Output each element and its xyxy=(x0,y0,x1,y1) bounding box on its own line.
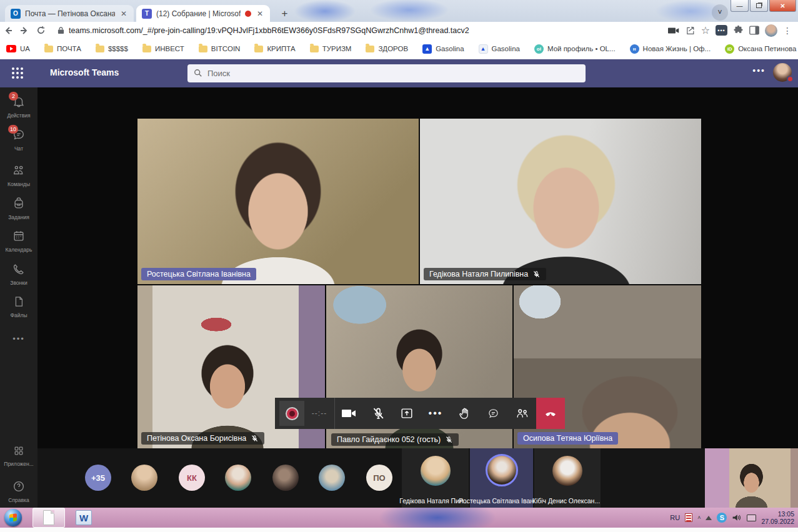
minimize-button[interactable]: — xyxy=(731,0,749,12)
browser-profile-avatar[interactable] xyxy=(765,24,777,37)
people-icon xyxy=(514,406,529,420)
participant-avatar[interactable] xyxy=(272,465,299,491)
sidebar-item-help[interactable]: Справка xyxy=(0,480,37,503)
tab-close-icon[interactable]: ✕ xyxy=(119,9,128,18)
start-button[interactable] xyxy=(4,509,22,526)
sidebar-item-calendar[interactable]: Календарь xyxy=(0,229,37,253)
tab-mail[interactable]: O Почта — Петінова Оксана Бор ✕ xyxy=(5,5,134,22)
recording-indicator[interactable] xyxy=(279,401,304,426)
self-video-preview[interactable] xyxy=(705,448,798,508)
bookmark-item[interactable]: ▲Gasolina xyxy=(479,44,520,54)
sidebar-item-calls[interactable]: Звонки xyxy=(0,262,37,286)
participants-button[interactable] xyxy=(507,398,536,429)
tab-search-chevron-icon[interactable]: ˅ xyxy=(712,4,728,21)
camera-icon xyxy=(342,408,357,419)
screen-bottom-edge xyxy=(0,528,798,532)
raise-hand-button[interactable] xyxy=(450,398,479,429)
participant-avatar[interactable] xyxy=(225,465,251,491)
folder-icon xyxy=(310,46,319,52)
document-icon xyxy=(43,510,54,525)
chat-button[interactable] xyxy=(479,398,507,429)
video-tile[interactable]: Ростецька Світлана Іванівна xyxy=(137,119,419,284)
bookmark-item[interactable]: UA xyxy=(6,45,30,52)
taskbar-word-app[interactable]: W xyxy=(70,508,97,528)
sidebar-item-apps[interactable]: Приложен... xyxy=(0,445,37,467)
tray-notes-icon[interactable] xyxy=(685,513,692,522)
participant-name-label: Ростецька Світлана Іванівна xyxy=(141,268,256,280)
bookmark-item[interactable]: нНовая Жизнь | Оф... xyxy=(630,44,711,54)
participant-avatar[interactable] xyxy=(319,465,345,491)
forward-icon[interactable] xyxy=(16,26,32,36)
bookmark-label: $$$$$ xyxy=(108,45,128,52)
bookmark-star-icon[interactable]: ☆ xyxy=(701,24,710,36)
back-icon[interactable] xyxy=(0,26,16,36)
share-icon[interactable] xyxy=(685,26,696,36)
sidebar-item-chat[interactable]: 10 Чат xyxy=(0,128,37,152)
bookmark-folder[interactable]: BITCOIN xyxy=(199,45,241,52)
network-icon[interactable] xyxy=(747,515,756,521)
show-hidden-icons[interactable] xyxy=(706,516,712,520)
restore-button[interactable] xyxy=(750,0,768,12)
tray-app-icon[interactable]: ˄ xyxy=(697,515,701,521)
language-indicator[interactable]: RU xyxy=(670,514,680,521)
camera-in-use-icon[interactable] xyxy=(668,26,679,35)
participant-avatar[interactable] xyxy=(131,465,157,491)
gasolina-icon: ▲ xyxy=(422,44,432,54)
sidebar-item-files[interactable]: Файлы xyxy=(0,295,37,318)
reload-icon[interactable] xyxy=(32,26,49,35)
window-controls: — ✕ xyxy=(729,0,796,12)
participant-thumbnail-speaking[interactable]: Ростецька Світлана Іванів... xyxy=(470,448,533,508)
activity-badge: 2 xyxy=(9,92,18,101)
mic-off-icon xyxy=(251,435,259,443)
participant-name: Петінова Оксана Борисівна xyxy=(147,434,246,443)
mic-muted-button[interactable] xyxy=(364,398,392,429)
sidebar-label: Задания xyxy=(0,214,37,220)
mic-off-icon xyxy=(445,436,453,444)
tab-close-icon[interactable]: ✕ xyxy=(256,9,264,18)
backpack-icon xyxy=(12,197,26,210)
video-tile[interactable]: Гедікова Наталя Пилипівна xyxy=(420,119,701,284)
camera-button[interactable] xyxy=(335,398,364,429)
bookmark-item[interactable]: ▲Gasolina xyxy=(422,44,464,54)
bookmark-folder[interactable]: ПОЧТА xyxy=(44,45,81,52)
new-tab-button[interactable]: + xyxy=(277,6,292,21)
app-launcher-icon[interactable] xyxy=(12,67,23,79)
bookmark-folder[interactable]: ТУРИЗМ xyxy=(310,45,352,52)
hangup-button[interactable] xyxy=(536,398,565,429)
bookmark-folder[interactable]: ИНВЕСТ xyxy=(142,45,184,52)
bookmark-folder[interactable]: КРИПТА xyxy=(254,45,295,52)
bookmark-item[interactable]: olМой профиль • OL... xyxy=(534,44,616,54)
sidebar-panel-icon[interactable] xyxy=(749,26,759,35)
share-screen-button[interactable] xyxy=(392,398,421,429)
busy-status-dot xyxy=(787,76,794,82)
participant-avatar-initials[interactable]: КК xyxy=(179,465,205,491)
bookmark-folder[interactable]: ЗДОРОВ xyxy=(366,45,408,52)
bookmark-folder[interactable]: $$$$$ xyxy=(96,45,128,52)
participant-avatar-initials[interactable]: ПО xyxy=(366,465,392,491)
participant-thumbnail[interactable]: Кібіч Денис Олексан... xyxy=(534,448,601,508)
tray-clock[interactable]: 13:05 27.09.2022 xyxy=(761,510,794,525)
extension-dots-icon[interactable]: ••• xyxy=(716,25,727,36)
bookmark-item[interactable]: iDОксана Петинова (... xyxy=(725,44,798,54)
taskbar-document-app[interactable] xyxy=(32,508,65,528)
close-button[interactable]: ✕ xyxy=(769,0,796,12)
participant-name: Гедікова Наталя Пилипівна xyxy=(429,270,528,278)
url-box[interactable]: teams.microsoft.com/_#/pre-join-calling/… xyxy=(57,26,662,35)
bookmark-label: ИНВЕСТ xyxy=(155,45,184,52)
sidebar-item-assignments[interactable]: Задания xyxy=(0,197,37,220)
call-controls: --:-- ••• xyxy=(275,398,562,429)
skype-icon[interactable]: S xyxy=(717,513,727,523)
more-actions-button[interactable]: ••• xyxy=(421,398,450,429)
extensions-puzzle-icon[interactable] xyxy=(733,25,744,36)
sidebar-item-teams[interactable]: Команды xyxy=(0,164,37,187)
header-more-icon[interactable]: ••• xyxy=(752,66,766,76)
windows-logo-icon xyxy=(9,513,17,521)
search-input[interactable] xyxy=(187,64,586,82)
overflow-participants-avatar[interactable]: +35 xyxy=(85,465,111,491)
sidebar-item-activity[interactable]: 2 Действия xyxy=(0,95,37,119)
bookmark-label: КРИПТА xyxy=(267,45,295,52)
volume-icon[interactable] xyxy=(732,513,742,522)
tab-meeting[interactable]: T (12) Собрание | Microsoft Te ✕ xyxy=(136,5,270,22)
browser-menu-icon[interactable]: ⋮ xyxy=(783,26,792,36)
sidebar-more-icon[interactable]: ••• xyxy=(0,334,37,343)
